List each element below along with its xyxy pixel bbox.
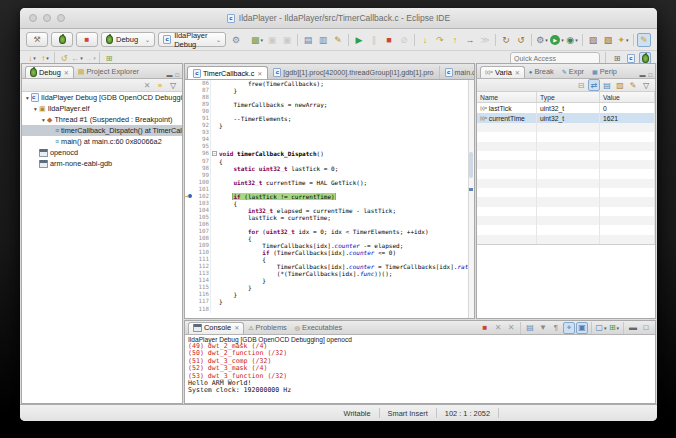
- code-line[interactable]: 99: [185, 172, 474, 179]
- word-wrap-icon[interactable]: ¶: [550, 322, 562, 334]
- annotation-ruler[interactable]: [185, 115, 194, 122]
- maximize-icon[interactable]: □: [175, 72, 179, 78]
- scroll-lock-icon[interactable]: ▼: [537, 322, 549, 334]
- fold-ruler[interactable]: [211, 115, 219, 122]
- annotation-ruler[interactable]: [185, 291, 194, 298]
- show-logical-structure-icon[interactable]: ▤: [601, 79, 613, 91]
- annotation-ruler[interactable]: [185, 129, 194, 136]
- terminate-icon[interactable]: ■: [382, 33, 396, 47]
- code-line[interactable]: 107 for (uint32_t idx = 0; idx < TimerEl…: [185, 228, 474, 235]
- fold-ruler[interactable]: [211, 143, 219, 150]
- fold-ruler[interactable]: [211, 165, 219, 172]
- maximize-icon[interactable]: □: [648, 72, 652, 78]
- code-line[interactable]: 98 static uint32_t lastTick = 0;: [185, 165, 474, 172]
- code-line[interactable]: 116 }: [185, 291, 474, 298]
- code-line[interactable]: 88: [185, 94, 474, 101]
- memory-monitor-icon[interactable]: ▥: [316, 33, 330, 47]
- code-line[interactable]: 86 free(TimerCallbacks);: [185, 80, 474, 87]
- annotation-ruler[interactable]: →: [185, 193, 194, 200]
- variable-row[interactable]: (x)=lastTickuint32_t0: [477, 103, 655, 113]
- minimize-icon[interactable]: ▬: [627, 322, 639, 334]
- new-view-icon[interactable]: »: [154, 79, 166, 91]
- fold-ruler[interactable]: [211, 228, 219, 235]
- scrollbar-thumb[interactable]: [469, 152, 473, 178]
- tab-varia[interactable]: (x)=Varia✕: [480, 66, 525, 78]
- annotation-ruler[interactable]: [185, 179, 194, 186]
- code-line[interactable]: 101: [185, 186, 474, 193]
- show-columns-icon[interactable]: ⇄: [588, 79, 600, 91]
- restart-icon[interactable]: ↻: [499, 33, 513, 47]
- annotation-ruler[interactable]: [185, 256, 194, 263]
- reset-icon[interactable]: ↺: [514, 33, 528, 47]
- console-output[interactable]: IldaPlayer Debug [GDB OpenOCD Debugging]…: [185, 335, 655, 395]
- edit-expression-icon[interactable]: ✎: [627, 79, 639, 91]
- overview-ruler[interactable]: [468, 80, 474, 319]
- external-tools-icon[interactable]: ⚙▾: [535, 33, 549, 47]
- tab-project-explorer[interactable]: ▤Project Explorer: [74, 66, 143, 78]
- code-line[interactable]: 118: [185, 306, 474, 313]
- code-line[interactable]: 111 {: [185, 256, 474, 263]
- tab-executables[interactable]: ◎Executables: [291, 322, 347, 334]
- view-menu-icon[interactable]: ▽: [167, 79, 179, 91]
- editor-tab[interactable]: cTimerCallback.c✕: [187, 66, 268, 79]
- code-editor[interactable]: 86 free(TimerCallbacks);87 }8889 TimerCa…: [185, 80, 474, 319]
- fold-ruler[interactable]: [211, 207, 219, 214]
- annotation-ruler[interactable]: [185, 277, 194, 284]
- code-line[interactable]: 108 {: [185, 235, 474, 242]
- minimize-icon[interactable]: ▬: [639, 72, 645, 78]
- fold-ruler[interactable]: [211, 200, 219, 207]
- open-folder-icon[interactable]: ▨: [586, 33, 600, 47]
- fold-ruler[interactable]: [211, 179, 219, 186]
- fold-ruler[interactable]: [211, 256, 219, 263]
- code-line[interactable]: 90: [185, 108, 474, 115]
- step-return-icon[interactable]: ↑: [448, 33, 462, 47]
- terminate-button[interactable]: ■: [76, 32, 98, 47]
- annotation-ruler[interactable]: [185, 284, 194, 291]
- remove-all-launches-icon[interactable]: ✕: [505, 322, 517, 334]
- code-line[interactable]: 96−void timerCallback_Dispatch(): [185, 150, 474, 157]
- terminate-icon[interactable]: ■: [479, 322, 491, 334]
- tree-item[interactable]: ≡main() at main.c:60 0x80066a2: [22, 136, 182, 147]
- fold-ruler[interactable]: −: [211, 150, 219, 157]
- step-over-icon[interactable]: ↷: [433, 33, 447, 47]
- title-bar[interactable]: c IldaPlayer - IldaPlayer/src/TimerCallb…: [20, 8, 657, 29]
- run-icon[interactable]: ▶▾: [550, 33, 564, 47]
- tab-perip[interactable]: ▦Perip: [588, 66, 621, 78]
- fold-ruler[interactable]: [211, 242, 219, 249]
- debug-button[interactable]: [51, 32, 73, 47]
- tab-break[interactable]: ●Break: [525, 66, 558, 78]
- annotation-ruler[interactable]: [185, 221, 194, 228]
- variable-row[interactable]: (x)=currentTimeuint32_t1621: [477, 113, 655, 123]
- annotation-ruler[interactable]: [185, 235, 194, 242]
- tree-item[interactable]: arm-none-eabi-gdb: [22, 158, 182, 169]
- annotation-ruler[interactable]: [185, 108, 194, 115]
- tree-item[interactable]: openocd: [22, 147, 182, 158]
- code-line[interactable]: 92}: [185, 122, 474, 129]
- step-into-icon[interactable]: ↓: [418, 33, 432, 47]
- zoom-button[interactable]: [57, 14, 65, 22]
- annotation-ruler[interactable]: [185, 200, 194, 207]
- open-resource-icon[interactable]: ▧: [601, 33, 615, 47]
- annotation-ruler[interactable]: [185, 214, 194, 221]
- new-wizard-icon[interactable]: ▩▾: [250, 33, 264, 47]
- fold-ruler[interactable]: [211, 94, 219, 101]
- fold-ruler[interactable]: [211, 158, 219, 165]
- annotation-ruler[interactable]: [185, 80, 194, 87]
- fold-ruler[interactable]: [211, 136, 219, 143]
- code-line[interactable]: 95: [185, 143, 474, 150]
- instruction-stepping-icon[interactable]: →: [463, 33, 477, 47]
- new-expression-icon[interactable]: ▨: [614, 79, 626, 91]
- code-line[interactable]: 97{: [185, 158, 474, 165]
- expander-icon[interactable]: ▾: [40, 117, 47, 123]
- launch-config-combo[interactable]: c IldaPlayer Debug ⌄: [158, 32, 226, 47]
- fold-ruler[interactable]: [211, 101, 219, 108]
- build-button[interactable]: ⚒: [26, 32, 48, 47]
- code-line[interactable]: 109 TimerCallbacks[idx].counter -= elaps…: [185, 242, 474, 249]
- code-line[interactable]: 93: [185, 129, 474, 136]
- annotation-ruler[interactable]: [185, 298, 194, 305]
- annotation-ruler[interactable]: [185, 136, 194, 143]
- tree-item[interactable]: ≡timerCallback_Dispatch() at TimerCallba: [22, 125, 182, 136]
- remove-terminated-icon[interactable]: ✕: [141, 79, 153, 91]
- code-line[interactable]: 114 }: [185, 277, 474, 284]
- clear-console-icon[interactable]: ▤: [524, 322, 536, 334]
